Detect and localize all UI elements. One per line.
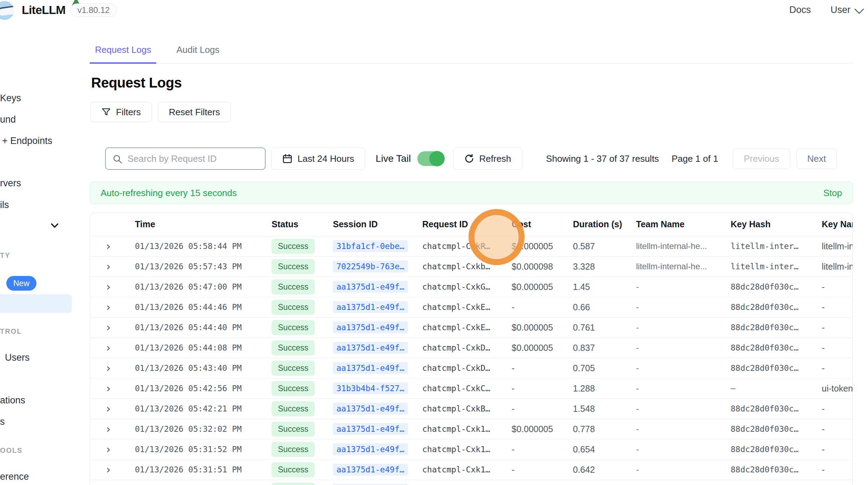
row-expander-icon[interactable]: › [106, 422, 111, 436]
request-id-cell: chatcmpl-CxkE… [414, 297, 503, 317]
sidebar-nav: Keys und + Endpoints rvers ils TY New TR… [0, 20, 72, 485]
session-cell: aa1375d1-e49f… [324, 480, 414, 485]
user-menu-label: User [831, 5, 850, 15]
table-row[interactable]: ›01/13/2026 05:31:38 PMSuccessaa1375d1-e… [90, 480, 853, 485]
table-row[interactable]: ›01/13/2026 05:44:46 PMSuccessaa1375d1-e… [90, 297, 853, 317]
sidebar-item-keys[interactable]: Keys [0, 93, 21, 104]
col-team-name: Team Name [628, 213, 722, 236]
sidebar-item-playground[interactable]: und [0, 114, 16, 125]
next-page-button[interactable]: Next [797, 148, 837, 169]
row-expander-icon[interactable]: › [106, 260, 111, 273]
refresh-button[interactable]: Refresh [453, 147, 522, 170]
row-expander-icon[interactable]: › [106, 483, 111, 485]
sidebar-item-organizations[interactable]: ations [0, 395, 25, 406]
session-id-link[interactable]: 7022549b-763e… [333, 261, 408, 272]
key-name-cell: - [813, 419, 853, 439]
sidebar-item-models-endpoints[interactable]: + Endpoints [2, 136, 52, 146]
session-cell: aa1375d1-e49f… [324, 358, 414, 378]
row-expander-icon[interactable]: › [106, 361, 111, 375]
table-row[interactable]: ›01/13/2026 05:43:40 PMSuccessaa1375d1-e… [90, 358, 853, 378]
session-id-link[interactable]: aa1375d1-e49f… [333, 362, 408, 374]
time-cell: 01/13/2026 05:43:40 PM [127, 358, 263, 378]
time-cell: 01/13/2026 05:42:21 PM [127, 399, 263, 419]
status-cell: Success [263, 419, 324, 439]
row-expander-icon[interactable]: › [106, 280, 111, 293]
cost-cell: - [503, 480, 565, 485]
table-row[interactable]: ›01/13/2026 05:31:51 PMSuccessaa1375d1-e… [90, 459, 853, 480]
table-row[interactable]: ›01/13/2026 05:58:44 PMSuccess31bfa1cf-0… [90, 236, 853, 256]
status-cell: Success [263, 317, 324, 338]
key-name-cell: - [813, 317, 853, 338]
table-row[interactable]: ›01/13/2026 05:44:08 PMSuccessaa1375d1-e… [90, 338, 853, 358]
expander-cell: › [90, 317, 127, 338]
row-expander-icon[interactable]: › [106, 341, 111, 354]
row-expander-icon[interactable]: › [106, 321, 111, 334]
session-id-link[interactable]: aa1375d1-e49f… [333, 443, 408, 455]
row-expander-icon[interactable]: › [106, 443, 111, 456]
session-id-link[interactable]: aa1375d1-e49f… [333, 301, 408, 313]
row-expander-icon[interactable]: › [106, 300, 111, 314]
table-row[interactable]: ›01/13/2026 05:47:00 PMSuccessaa1375d1-e… [90, 277, 853, 297]
row-expander-icon[interactable]: › [106, 402, 111, 415]
session-id-link[interactable]: aa1375d1-e49f… [333, 403, 408, 415]
table-row[interactable]: ›01/13/2026 05:31:52 PMSuccessaa1375d1-e… [90, 439, 853, 459]
live-tail-toggle[interactable] [417, 151, 444, 166]
table-row[interactable]: ›01/13/2026 05:42:21 PMSuccessaa1375d1-e… [90, 399, 853, 419]
stop-auto-refresh-button[interactable]: Stop [823, 188, 842, 199]
duration-cell: 1.45 [565, 277, 628, 297]
table-row[interactable]: ›01/13/2026 05:32:02 PMSuccessaa1375d1-e… [90, 419, 853, 439]
tab-request-logs[interactable]: Request Logs [90, 44, 156, 64]
duration-cell: 0.705 [565, 358, 628, 378]
sidebar-item-internal-users[interactable]: Users [5, 352, 30, 363]
time-cell: 01/13/2026 05:57:43 PM [127, 256, 263, 277]
team-name-cell: - [628, 419, 722, 439]
key-name-cell: - [813, 439, 853, 459]
session-id-link[interactable]: aa1375d1-e49f… [333, 281, 408, 293]
duration-cell: 1.288 [565, 378, 628, 399]
auto-refresh-banner: Auto-refreshing every 15 seconds Stop [90, 182, 853, 204]
cost-cell: $0.000005 [503, 236, 565, 256]
tab-audit-logs[interactable]: Audit Logs [171, 44, 225, 63]
session-id-link[interactable]: aa1375d1-e49f… [333, 423, 408, 435]
time-range-button[interactable]: Last 24 Hours [271, 147, 365, 170]
row-expander-icon[interactable]: › [106, 240, 111, 253]
duration-cell: 0.647 [565, 480, 628, 485]
expander-cell: › [90, 256, 127, 277]
key-hash-cell: 88dc28d0f030c… [722, 277, 813, 297]
page-indicator: Page 1 of 1 [671, 153, 718, 164]
session-cell: aa1375d1-e49f… [324, 439, 414, 459]
sidebar-collapse-chevron-icon[interactable] [52, 221, 57, 227]
row-expander-icon[interactable]: › [106, 463, 111, 476]
sidebar-item-api-reference[interactable]: erence [0, 471, 29, 482]
time-cell: 01/13/2026 05:31:38 PM [127, 480, 263, 485]
filters-button[interactable]: Filters [90, 102, 152, 122]
session-id-link[interactable]: 31bfa1cf-0ebe… [333, 240, 408, 252]
table-row[interactable]: ›01/13/2026 05:57:43 PMSuccess7022549b-7… [90, 256, 853, 277]
sidebar-item-servers[interactable]: rvers [0, 178, 21, 189]
time-cell: 01/13/2026 05:44:08 PM [127, 338, 263, 358]
search-input[interactable] [105, 147, 266, 170]
sidebar-item-logs-selected[interactable] [0, 294, 72, 313]
user-menu[interactable]: User [831, 5, 862, 15]
status-cell: Success [263, 236, 324, 256]
toggle-knob [429, 151, 445, 166]
reset-filters-button[interactable]: Reset Filters [158, 102, 231, 122]
expander-cell: › [90, 459, 127, 480]
session-cell: 7022549b-763e… [324, 256, 414, 277]
session-id-link[interactable]: 31b3b4b4-f527… [333, 382, 408, 394]
row-expander-icon[interactable]: › [106, 382, 111, 395]
request-id-cell: chatcmpl-Cxk1… [414, 459, 503, 480]
status-cell: Success [263, 480, 324, 485]
sidebar-item-teams[interactable]: s [0, 416, 5, 427]
table-row[interactable]: ›01/13/2026 05:44:40 PMSuccessaa1375d1-e… [90, 317, 853, 338]
docs-link[interactable]: Docs [789, 5, 811, 15]
session-id-link[interactable]: aa1375d1-e49f… [333, 321, 408, 333]
session-id-link[interactable]: aa1375d1-e49f… [333, 464, 408, 476]
expander-cell: › [90, 399, 127, 419]
request-id-cell: chatcmpl-CxkC… [414, 378, 503, 399]
sidebar-item-guardrails[interactable]: ils [0, 200, 9, 210]
session-cell: aa1375d1-e49f… [324, 419, 414, 439]
previous-page-button[interactable]: Previous [733, 148, 790, 169]
session-id-link[interactable]: aa1375d1-e49f… [333, 342, 408, 354]
table-row[interactable]: ›01/13/2026 05:42:56 PMSuccess31b3b4b4-f… [90, 378, 853, 399]
